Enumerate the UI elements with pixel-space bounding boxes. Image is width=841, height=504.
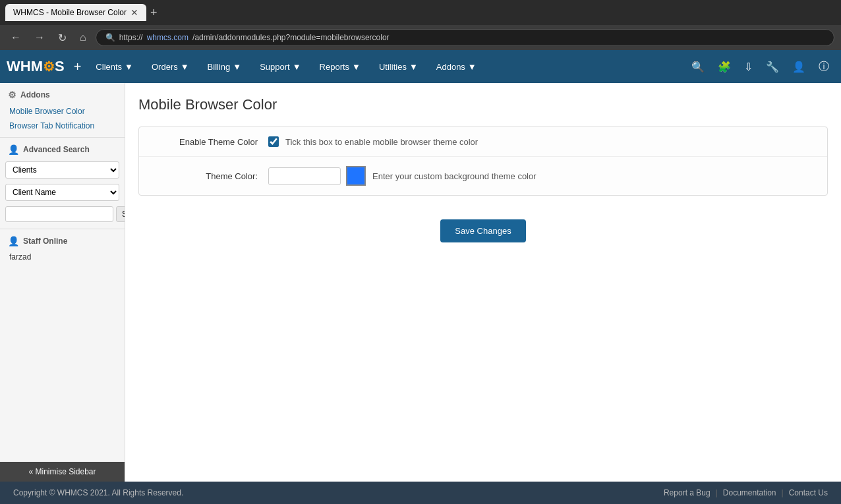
theme-color-value: #1F75FF Enter your custom background the…	[268, 166, 536, 186]
search-button[interactable]: Search	[116, 206, 125, 222]
nav-orders-label: Orders	[152, 62, 178, 72]
browser-nav: ← → ↻ ⌂ 🔍 https://whmcs.com/admin/addonm…	[0, 25, 841, 50]
nav-support-chevron: ▼	[293, 62, 301, 72]
tab-title: WHMCS - Mobile Browser Color	[13, 8, 127, 17]
nav-addons-chevron: ▼	[468, 62, 477, 72]
advanced-search-section-header: 👤 Advanced Search	[0, 137, 125, 159]
search-icon: 🔍	[105, 33, 115, 42]
addons-header-label: Addons	[20, 90, 50, 99]
minimise-sidebar-button[interactable]: « Minimise Sidebar	[0, 462, 125, 482]
sidebar-item-browser-tab-notification[interactable]: Browser Tab Notification	[0, 119, 125, 133]
staff-name: farzad	[0, 250, 125, 264]
nav-addons-label: Addons	[436, 62, 465, 72]
address-bar[interactable]: 🔍 https://whmcs.com/admin/addonmodules.p…	[96, 29, 834, 46]
logo-text-end: S	[55, 58, 65, 75]
search-subfilter-select[interactable]: Client Name Email	[5, 184, 119, 201]
staff-icon: 👤	[8, 236, 19, 246]
new-tab-icon[interactable]: +	[150, 6, 158, 20]
browser-tab[interactable]: WHMCS - Mobile Browser Color ✕	[5, 4, 146, 21]
save-row: Save Changes	[138, 196, 828, 253]
save-changes-button[interactable]: Save Changes	[440, 219, 525, 242]
search-icon[interactable]: 🔍	[686, 61, 710, 73]
help-icon[interactable]: ⓘ	[813, 60, 834, 74]
nav-clients[interactable]: Clients ▼	[88, 50, 141, 83]
back-button[interactable]: ←	[7, 30, 25, 45]
color-input-group: #1F75FF	[268, 166, 366, 186]
sidebar: ⚙ Addons Mobile Browser Color Browser Ta…	[0, 83, 125, 482]
refresh-button[interactable]: ↻	[54, 30, 71, 45]
nav-support-label: Support	[260, 62, 290, 72]
nav-utilities-chevron: ▼	[409, 62, 418, 72]
nav-addons[interactable]: Addons ▼	[428, 50, 484, 83]
documentation-link[interactable]: Documentation	[723, 488, 776, 497]
page-title: Mobile Browser Color	[138, 96, 828, 113]
footer: Copyright © WHMCS 2021. All Rights Reser…	[0, 482, 841, 504]
nav-reports[interactable]: Reports ▼	[312, 50, 368, 83]
search-row: Search	[0, 204, 125, 225]
download-icon[interactable]: ⇩	[739, 61, 758, 73]
addons-section-header: ⚙ Addons	[0, 83, 125, 104]
logo-text: WHM	[7, 58, 43, 75]
staff-online-section-header: 👤 Staff Online	[0, 229, 125, 250]
contact-us-link[interactable]: Contact Us	[789, 488, 828, 497]
settings-form-card: Enable Theme Color Tick this box to enab…	[138, 126, 828, 196]
search-input[interactable]	[5, 206, 113, 222]
home-button[interactable]: ⌂	[76, 30, 90, 45]
user-icon[interactable]: 👤	[787, 61, 811, 73]
enable-theme-description: Tick this box to enable mobile browser t…	[285, 137, 478, 147]
nav-utilities[interactable]: Utilities ▼	[371, 50, 426, 83]
url-path: /admin/addonmodules.php?module=mobilebro…	[192, 33, 390, 42]
theme-color-label: Theme Color:	[152, 171, 258, 181]
app-body: ⚙ Addons Mobile Browser Color Browser Ta…	[0, 83, 841, 482]
nav-utilities-label: Utilities	[379, 62, 407, 72]
nav-reports-chevron: ▼	[352, 62, 361, 72]
puzzle-icon[interactable]: 🧩	[712, 61, 736, 73]
wrench-icon[interactable]: 🔧	[761, 61, 784, 73]
nav-orders[interactable]: Orders ▼	[144, 50, 197, 83]
enable-theme-checkbox[interactable]	[268, 136, 279, 147]
report-bug-link[interactable]: Report a Bug	[664, 488, 710, 497]
footer-sep-2: |	[782, 488, 784, 497]
forward-button[interactable]: →	[30, 30, 49, 45]
main-content: Mobile Browser Color Enable Theme Color …	[125, 83, 841, 482]
color-text-input[interactable]: #1F75FF	[268, 167, 341, 185]
color-description: Enter your custom background theme color	[372, 171, 536, 181]
browser-chrome: WHMCS - Mobile Browser Color ✕ +	[0, 0, 841, 25]
main-navbar: WHM⚙S + Clients ▼ Orders ▼ Billing ▼ Sup…	[0, 50, 841, 83]
url-domain: whmcs.com	[147, 33, 188, 42]
nav-clients-chevron: ▼	[125, 62, 133, 72]
enable-theme-label: Enable Theme Color	[152, 137, 258, 147]
footer-copyright: Copyright © WHMCS 2021. All Rights Reser…	[13, 488, 183, 497]
add-button[interactable]: +	[74, 59, 82, 74]
logo: WHM⚙S	[7, 58, 65, 75]
search-section-icon: 👤	[8, 144, 19, 155]
theme-color-row: Theme Color: #1F75FF Enter your custom b…	[139, 157, 827, 195]
nav-billing[interactable]: Billing ▼	[200, 50, 250, 83]
tab-close-icon[interactable]: ✕	[130, 7, 138, 18]
enable-theme-row: Enable Theme Color Tick this box to enab…	[139, 127, 827, 157]
url-protocol: https://	[119, 33, 143, 42]
staff-online-label: Staff Online	[23, 237, 67, 246]
advanced-search-label: Advanced Search	[23, 145, 90, 154]
search-type-select[interactable]: Clients Orders Invoices	[5, 161, 119, 179]
sidebar-item-mobile-browser-color[interactable]: Mobile Browser Color	[0, 104, 125, 119]
nav-reports-label: Reports	[320, 62, 350, 72]
footer-sep-1: |	[716, 488, 718, 497]
addons-icon: ⚙	[8, 90, 16, 100]
color-picker-button[interactable]	[346, 166, 366, 186]
nav-orders-chevron: ▼	[181, 62, 189, 72]
nav-support[interactable]: Support ▼	[252, 50, 308, 83]
enable-theme-value: Tick this box to enable mobile browser t…	[268, 136, 478, 147]
nav-clients-label: Clients	[96, 62, 122, 72]
nav-billing-chevron: ▼	[233, 62, 241, 72]
nav-billing-label: Billing	[208, 62, 231, 72]
logo-gear-icon: ⚙	[43, 59, 55, 74]
